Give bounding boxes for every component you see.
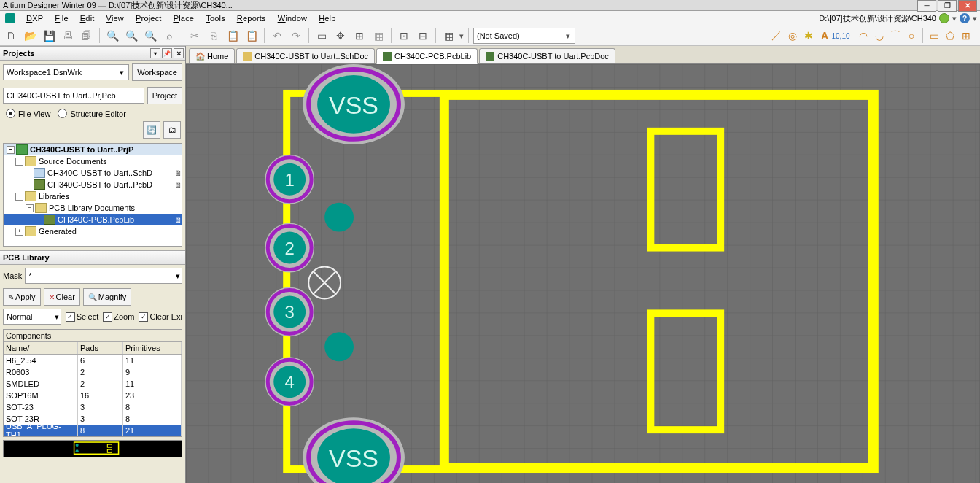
pad-3[interactable]: 3 xyxy=(265,287,314,336)
zoom-out-icon[interactable]: 🔍 xyxy=(142,28,158,44)
array-tool-icon[interactable]: ⊞ xyxy=(960,29,973,42)
zoom-checkbox[interactable]: ✓Zoom xyxy=(103,312,134,322)
tree-pcb-doc[interactable]: CH340C-USBT to Uart..PcbD 🗎 xyxy=(4,179,182,190)
menu-help[interactable]: Help xyxy=(313,12,341,24)
file-view-radio[interactable]: File View xyxy=(6,109,50,118)
clear-existing-checkbox[interactable]: ✓Clear Exi xyxy=(139,312,182,322)
grid-dropdown-icon[interactable]: ▾ xyxy=(459,31,464,41)
col-pads[interactable]: Pads xyxy=(78,342,123,354)
select-checkbox[interactable]: ✓Select xyxy=(66,312,99,322)
col-name[interactable]: Name / xyxy=(4,342,78,354)
expand-icon[interactable]: + xyxy=(15,228,23,236)
menu-file[interactable]: File xyxy=(49,12,74,24)
via-bottom[interactable] xyxy=(324,332,354,361)
components-header[interactable]: Components xyxy=(4,330,182,342)
open-icon[interactable]: 📂 xyxy=(22,28,38,44)
tree-generated[interactable]: + Generated xyxy=(4,225,182,237)
menu-edit[interactable]: Edit xyxy=(74,12,101,24)
menu-window[interactable]: Window xyxy=(272,12,313,24)
pad-2[interactable]: 2 xyxy=(265,223,314,273)
coord-tool-icon[interactable]: 10,10 xyxy=(834,29,847,42)
menu-reports[interactable]: Reports xyxy=(231,12,272,24)
line-tool-icon[interactable]: ／ xyxy=(770,29,783,42)
table-row[interactable]: SOT-23R38 xyxy=(4,413,182,425)
zoom-selection-icon[interactable]: ⌕ xyxy=(161,28,177,44)
project-button[interactable]: Project xyxy=(147,87,182,104)
workspace-combo[interactable]: Workspace1.DsnWrk ▾ xyxy=(3,64,129,80)
redo-icon[interactable]: ↷ xyxy=(288,28,304,44)
new-doc-icon[interactable]: 🗋 xyxy=(3,28,19,44)
table-row[interactable]: SMDLED211 xyxy=(4,378,182,390)
paste-special-icon[interactable]: 📋 xyxy=(244,28,260,44)
project-options-icon[interactable]: 🗂 xyxy=(163,121,181,139)
print-icon[interactable]: 🖶 xyxy=(60,28,76,44)
tree-pcblib-file[interactable]: CH340C-PCB.PcbLib 🗎 xyxy=(4,214,182,225)
table-row[interactable]: R060329 xyxy=(4,366,182,378)
move-icon[interactable]: ✥ xyxy=(332,28,349,44)
menu-tools[interactable]: Tools xyxy=(200,12,231,24)
arc-edge-tool-icon[interactable]: ◡ xyxy=(873,29,886,42)
tree-sch-doc[interactable]: CH340C-USBT to Uart..SchD 🗎 xyxy=(4,167,182,179)
pad-4[interactable]: 4 xyxy=(265,357,314,406)
mask-input[interactable]: * ▾ xyxy=(25,268,182,284)
dxp-button[interactable] xyxy=(3,12,18,25)
save-icon[interactable]: 💾 xyxy=(41,28,57,44)
status-circle-icon[interactable] xyxy=(939,13,949,23)
minimize-button[interactable]: ─ xyxy=(917,0,936,12)
rect-tool-icon[interactable]: ▭ xyxy=(928,29,941,42)
collapse-icon[interactable]: − xyxy=(15,193,23,201)
table-row[interactable]: H6_2.54611 xyxy=(4,355,182,366)
magnify-button[interactable]: 🔍Magnify xyxy=(83,288,132,306)
grid-icon[interactable]: ▦ xyxy=(440,28,456,44)
paste-icon[interactable]: 📋 xyxy=(225,28,241,44)
collapse-icon[interactable]: − xyxy=(15,158,23,166)
table-row[interactable]: SOT-2338 xyxy=(4,401,182,413)
panel-pin-icon[interactable]: 📌 xyxy=(162,48,172,58)
browse-icon[interactable]: ⊡ xyxy=(396,28,412,44)
full-circle-tool-icon[interactable]: ○ xyxy=(905,29,918,42)
menu-dxp[interactable]: DXP xyxy=(20,12,49,24)
arc-any-tool-icon[interactable]: ⌒ xyxy=(889,29,902,42)
projects-tree[interactable]: − CH340C-USBT to Uart..PrjP − Source Doc… xyxy=(3,143,182,247)
pad-vss-top[interactable]: VSS xyxy=(303,64,405,144)
tab-pcbdoc[interactable]: CH340C-USBT to Uart.PcbDoc xyxy=(479,48,615,63)
zoom-in-icon[interactable]: 🔍 xyxy=(123,28,139,44)
dropdown-caret-icon[interactable]: ▾ xyxy=(952,14,957,23)
copy-icon[interactable]: ⎘ xyxy=(206,28,222,44)
structure-editor-radio[interactable]: Structure Editor xyxy=(58,109,125,118)
undo-icon[interactable]: ↶ xyxy=(269,28,285,44)
close-button[interactable]: ✕ xyxy=(958,0,977,12)
menu-project[interactable]: Project xyxy=(130,12,168,24)
snapshot-combo[interactable]: (Not Saved) ▾ xyxy=(473,28,575,44)
tab-home[interactable]: 🏠 Home xyxy=(189,48,235,63)
poly-tool-icon[interactable]: ⬠ xyxy=(944,29,957,42)
zoom-fit-icon[interactable]: 🔍 xyxy=(104,28,120,44)
col-primitives[interactable]: Primitives xyxy=(123,342,182,354)
apply-button[interactable]: ✎Apply xyxy=(3,288,41,306)
tree-source-docs[interactable]: − Source Documents xyxy=(4,155,182,167)
clear-button[interactable]: ✕Clear xyxy=(44,288,80,306)
group-icon[interactable]: ▦ xyxy=(370,28,386,44)
via-tool-icon[interactable]: ✱ xyxy=(802,29,815,42)
align-icon[interactable]: ⊞ xyxy=(351,28,368,44)
pad-tool-icon[interactable]: ◎ xyxy=(786,29,799,42)
select-icon[interactable]: ▭ xyxy=(314,28,330,44)
collapse-icon[interactable]: − xyxy=(26,204,34,212)
help-icon[interactable]: ? xyxy=(960,13,970,23)
menu-view[interactable]: View xyxy=(101,12,130,24)
options-icon[interactable]: ⊟ xyxy=(415,28,431,44)
cut-icon[interactable]: ✂ xyxy=(187,28,203,44)
arc-center-tool-icon[interactable]: ◠ xyxy=(857,29,870,42)
pad-1[interactable]: 1 xyxy=(265,155,314,204)
tab-schdoc[interactable]: CH340C-USBT to Uart..SchDoc xyxy=(236,48,375,63)
maximize-button[interactable]: ❐ xyxy=(938,0,957,12)
panel-dropdown-icon[interactable]: ▾ xyxy=(150,48,160,58)
pcb-editor-canvas[interactable]: VSS VSS 1 xyxy=(186,64,980,483)
collapse-icon[interactable]: − xyxy=(7,146,15,154)
via-top[interactable] xyxy=(324,203,354,232)
menu-place[interactable]: Place xyxy=(168,12,201,24)
refresh-icon[interactable]: 🔄 xyxy=(143,121,160,139)
tree-pcb-lib-docs[interactable]: − PCB Library Documents xyxy=(4,202,182,214)
workspace-button[interactable]: Workspace xyxy=(132,63,182,81)
tab-pcblib[interactable]: CH340C-PCB.PcbLib xyxy=(376,48,478,64)
